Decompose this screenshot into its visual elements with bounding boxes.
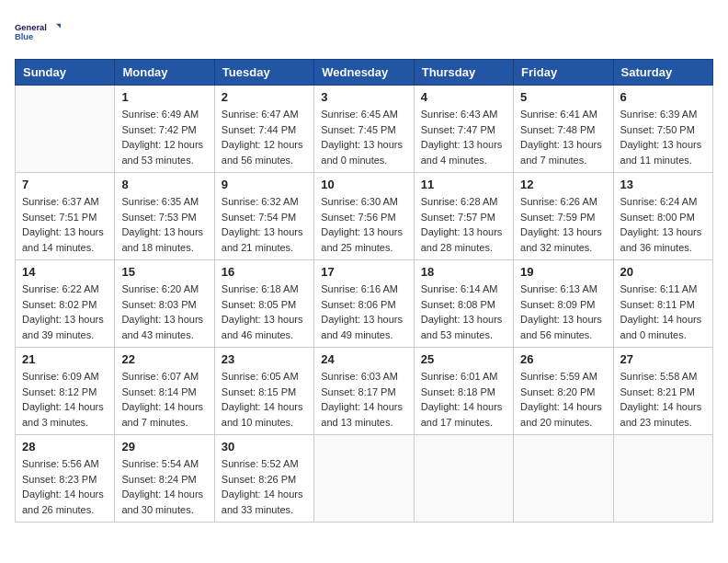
day-info: Sunrise: 6:45 AMSunset: 7:45 PMDaylight:… [321,107,406,167]
day-info: Sunrise: 5:59 AMSunset: 8:20 PMDaylight:… [520,369,606,430]
day-of-week-header: Friday [514,60,613,86]
day-number: 13 [620,178,706,191]
day-number: 14 [22,265,108,279]
calendar-day-cell: 29Sunrise: 5:54 AMSunset: 8:24 PMDayligh… [115,435,214,523]
day-info: Sunrise: 6:03 AMSunset: 8:17 PMDaylight:… [321,369,406,430]
day-info: Sunrise: 6:20 AMSunset: 8:03 PMDaylight:… [121,282,207,342]
day-info: Sunrise: 6:14 AMSunset: 8:08 PMDaylight:… [421,282,506,342]
day-number: 29 [121,440,207,454]
day-info: Sunrise: 6:39 AMSunset: 7:50 PMDaylight:… [620,107,706,167]
day-number: 1 [121,90,207,104]
svg-marker-2 [56,24,61,29]
calendar-week-row: 14Sunrise: 6:22 AMSunset: 8:02 PMDayligh… [16,260,713,348]
day-number: 6 [620,90,706,104]
day-number: 9 [222,178,307,191]
day-number: 24 [321,352,406,366]
calendar-header: SundayMondayTuesdayWednesdayThursdayFrid… [16,60,713,86]
calendar-day-cell: 6Sunrise: 6:39 AMSunset: 7:50 PMDaylight… [613,86,712,173]
day-number: 27 [620,352,706,366]
day-number: 16 [222,265,307,279]
calendar-day-cell: 14Sunrise: 6:22 AMSunset: 8:02 PMDayligh… [16,260,115,348]
svg-text:Blue: Blue [15,32,33,41]
calendar-day-cell: 15Sunrise: 6:20 AMSunset: 8:03 PMDayligh… [115,260,214,348]
calendar-header-row: SundayMondayTuesdayWednesdayThursdayFrid… [16,60,713,86]
day-of-week-header: Tuesday [214,60,313,86]
day-number: 11 [421,178,506,191]
day-info: Sunrise: 6:13 AMSunset: 8:09 PMDaylight:… [520,282,606,342]
day-number: 23 [222,352,307,366]
day-info: Sunrise: 6:24 AMSunset: 8:00 PMDaylight:… [620,194,706,255]
day-number: 25 [421,352,506,366]
day-info: Sunrise: 6:28 AMSunset: 7:57 PMDaylight:… [421,194,506,255]
calendar-day-cell: 5Sunrise: 6:41 AMSunset: 7:48 PMDaylight… [514,86,613,173]
page-header: General Blue [15,15,713,50]
day-info: Sunrise: 6:07 AMSunset: 8:14 PMDaylight:… [121,369,207,430]
calendar-week-row: 1Sunrise: 6:49 AMSunset: 7:42 PMDaylight… [16,86,713,173]
calendar-day-cell [16,86,115,173]
day-number: 17 [321,265,406,279]
day-number: 26 [520,352,606,366]
calendar-day-cell: 9Sunrise: 6:32 AMSunset: 7:54 PMDaylight… [214,173,313,260]
calendar-day-cell [613,435,712,523]
day-info: Sunrise: 6:30 AMSunset: 7:56 PMDaylight:… [321,194,406,255]
calendar-day-cell: 21Sunrise: 6:09 AMSunset: 8:12 PMDayligh… [16,348,115,435]
day-number: 5 [520,90,606,104]
day-number: 18 [421,265,506,279]
day-info: Sunrise: 5:58 AMSunset: 8:21 PMDaylight:… [620,369,706,430]
calendar-week-row: 21Sunrise: 6:09 AMSunset: 8:12 PMDayligh… [16,348,713,435]
day-info: Sunrise: 6:41 AMSunset: 7:48 PMDaylight:… [520,107,606,167]
day-number: 3 [321,90,406,104]
logo-svg: General Blue [15,15,61,50]
day-number: 19 [520,265,606,279]
calendar-day-cell: 7Sunrise: 6:37 AMSunset: 7:51 PMDaylight… [16,173,115,260]
day-number: 22 [121,352,207,366]
calendar-day-cell: 10Sunrise: 6:30 AMSunset: 7:56 PMDayligh… [314,173,414,260]
day-info: Sunrise: 6:37 AMSunset: 7:51 PMDaylight:… [22,194,108,255]
day-info: Sunrise: 6:16 AMSunset: 8:06 PMDaylight:… [321,282,406,342]
calendar-day-cell: 22Sunrise: 6:07 AMSunset: 8:14 PMDayligh… [115,348,214,435]
day-number: 28 [22,440,108,454]
day-info: Sunrise: 6:47 AMSunset: 7:44 PMDaylight:… [222,107,307,167]
day-info: Sunrise: 5:56 AMSunset: 8:23 PMDaylight:… [22,456,108,517]
day-number: 10 [321,178,406,191]
day-number: 21 [22,352,108,366]
calendar-day-cell: 3Sunrise: 6:45 AMSunset: 7:45 PMDaylight… [314,86,414,173]
day-number: 12 [520,178,606,191]
calendar-day-cell [314,435,414,523]
calendar-day-cell: 23Sunrise: 6:05 AMSunset: 8:15 PMDayligh… [214,348,313,435]
svg-text:General: General [15,23,47,32]
calendar-day-cell: 18Sunrise: 6:14 AMSunset: 8:08 PMDayligh… [414,260,513,348]
calendar-day-cell: 25Sunrise: 6:01 AMSunset: 8:18 PMDayligh… [414,348,513,435]
day-number: 15 [121,265,207,279]
day-of-week-header: Wednesday [314,60,414,86]
calendar-week-row: 28Sunrise: 5:56 AMSunset: 8:23 PMDayligh… [16,435,713,523]
calendar-day-cell: 28Sunrise: 5:56 AMSunset: 8:23 PMDayligh… [16,435,115,523]
day-number: 4 [421,90,506,104]
day-info: Sunrise: 6:49 AMSunset: 7:42 PMDaylight:… [121,107,207,167]
calendar-week-row: 7Sunrise: 6:37 AMSunset: 7:51 PMDaylight… [16,173,713,260]
day-info: Sunrise: 5:54 AMSunset: 8:24 PMDaylight:… [121,456,207,517]
day-info: Sunrise: 6:35 AMSunset: 7:53 PMDaylight:… [121,194,207,255]
day-of-week-header: Sunday [16,60,115,86]
day-info: Sunrise: 6:11 AMSunset: 8:11 PMDaylight:… [620,282,706,342]
day-number: 30 [222,440,307,454]
calendar-day-cell: 16Sunrise: 6:18 AMSunset: 8:05 PMDayligh… [214,260,313,348]
day-info: Sunrise: 6:22 AMSunset: 8:02 PMDaylight:… [22,282,108,342]
day-info: Sunrise: 6:05 AMSunset: 8:15 PMDaylight:… [222,369,307,430]
calendar-day-cell: 26Sunrise: 5:59 AMSunset: 8:20 PMDayligh… [514,348,613,435]
day-number: 7 [22,178,108,191]
day-number: 8 [121,178,207,191]
day-info: Sunrise: 6:09 AMSunset: 8:12 PMDaylight:… [22,369,108,430]
calendar-table: SundayMondayTuesdayWednesdayThursdayFrid… [15,59,713,523]
day-of-week-header: Saturday [613,60,712,86]
day-number: 20 [620,265,706,279]
day-of-week-header: Monday [115,60,214,86]
day-info: Sunrise: 6:26 AMSunset: 7:59 PMDaylight:… [520,194,606,255]
day-info: Sunrise: 6:01 AMSunset: 8:18 PMDaylight:… [421,369,506,430]
day-info: Sunrise: 5:52 AMSunset: 8:26 PMDaylight:… [222,456,307,517]
logo: General Blue [15,15,61,50]
calendar-day-cell: 1Sunrise: 6:49 AMSunset: 7:42 PMDaylight… [115,86,214,173]
day-of-week-header: Thursday [414,60,513,86]
calendar-day-cell: 13Sunrise: 6:24 AMSunset: 8:00 PMDayligh… [613,173,712,260]
calendar-day-cell [514,435,613,523]
